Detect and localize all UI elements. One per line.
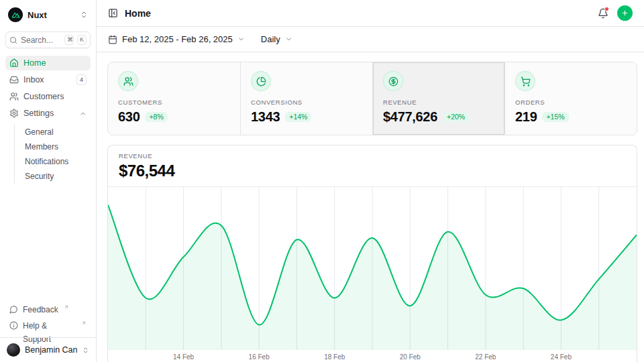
search-box[interactable]: ⌘ K [5,32,91,48]
stat-card-conversions[interactable]: CONVERSIONS 1343 +14% [240,62,372,135]
subnav-label: Members [25,142,58,152]
sidebar-item-settings[interactable]: Settings [5,106,91,121]
chart-metric-label: REVENUE [119,152,626,160]
kbd-k: K [77,35,87,45]
stats-row: CUSTOMERS 630 +8% CONVERSIONS 1343 +14% [107,62,637,135]
sidebar-subitem-members[interactable]: Members [15,139,91,154]
search-icon [9,36,17,44]
inbox-count-badge: 4 [76,74,87,84]
sidebar-item-inbox[interactable]: Inbox 4 [5,72,91,87]
chart-metric-total: $76,544 [119,162,626,180]
stat-card-customers[interactable]: CUSTOMERS 630 +8% [108,62,240,135]
sidebar-subitem-general[interactable]: General [15,125,91,139]
date-range-value: Feb 12, 2025 - Feb 26, 2025 [122,34,233,44]
stat-label: REVENUE [383,99,494,106]
sidebar-subitem-notifications[interactable]: Notifications [15,154,91,169]
shopping-cart-icon [521,76,531,86]
stat-value: 630 [118,109,140,125]
inbox-icon [9,75,19,84]
stat-icon-circle [251,71,271,91]
stat-label: CUSTOMERS [118,99,230,106]
stat-icon-circle [515,71,535,91]
revenue-chart-svg [108,187,637,350]
chevron-down-icon [285,36,292,43]
panel-left-close-icon [108,8,118,18]
chevron-up-icon [79,110,87,117]
circle-dollar-icon [388,76,398,86]
plus-icon [621,9,629,17]
page-header: Home [97,0,644,27]
content-area: CUSTOMERS 630 +8% CONVERSIONS 1343 +14% [97,52,644,362]
subnav-label: Notifications [25,157,68,166]
stat-label: ORDERS [515,99,627,106]
nuxt-logo [8,7,23,22]
nuxt-logo-icon [11,11,20,19]
external-link-arrow-icon [64,304,69,310]
add-button[interactable] [617,5,633,21]
chart-x-axis: 14 Feb16 Feb18 Feb20 Feb22 Feb24 Feb [108,350,637,362]
user-name: Benjamin Canac [25,345,77,355]
sidebar-item-customers[interactable]: Customers [5,89,91,104]
pie-chart-icon [256,76,266,86]
sidebar-collapse-button[interactable] [108,8,118,18]
x-tick-label: 18 Feb [324,353,345,361]
filters-toolbar: Feb 12, 2025 - Feb 26, 2025 Daily [97,27,644,52]
sidebar-item-label: Settings [23,109,54,118]
message-circle-icon [9,305,18,314]
footer-link-label: Feedback [23,303,58,316]
header-actions [598,5,633,21]
x-tick-label: 20 Feb [400,353,421,361]
workspace-name: Nuxt [28,10,75,20]
external-link-arrow-icon [81,320,87,326]
stat-card-orders[interactable]: ORDERS 219 +15% [504,62,637,135]
home-icon [9,58,19,68]
interval-select[interactable]: Daily [261,34,292,44]
stat-value: 1343 [251,109,280,125]
x-tick-label: 24 Feb [551,353,572,361]
sidebar-item-label: Inbox [23,75,44,84]
info-circle-icon [9,321,18,330]
sidebar-item-home[interactable]: Home [5,56,91,70]
stat-value: 219 [515,109,537,125]
sidebar-subitem-security[interactable]: Security [15,169,91,184]
sidebar-item-label: Home [23,58,46,68]
interval-value: Daily [261,34,280,44]
calendar-icon [108,35,117,44]
user-menu[interactable]: Benjamin Canac [0,337,96,362]
chevrons-up-down-icon [82,347,89,354]
sidebar-footer-links: Feedback Help & Support [5,303,91,337]
chevrons-up-down-icon [80,11,88,19]
stat-delta-badge: +15% [542,112,568,123]
stat-card-revenue[interactable]: REVENUE $477,626 +20% [372,62,504,135]
users-icon [9,92,19,101]
sidebar-nav: Home Inbox 4 Customers Settings General … [5,56,91,184]
x-tick-label: 22 Feb [475,353,496,361]
search-input[interactable] [21,36,61,45]
stat-label: CONVERSIONS [251,99,362,106]
feedback-link[interactable]: Feedback [5,303,91,317]
page-title: Home [125,8,151,19]
stat-value: $477,626 [383,109,437,125]
notifications-button[interactable] [598,8,608,19]
date-range-picker[interactable]: Feb 12, 2025 - Feb 26, 2025 [108,34,245,44]
sidebar-item-label: Customers [23,92,64,101]
users-icon [123,76,133,86]
main-panel: Home Feb 12, 2025 - Feb 26, 2025 Daily [97,0,644,362]
sidebar-spacer [5,184,91,303]
chart-plot-area[interactable] [108,186,637,350]
subnav-label: General [25,127,54,137]
stat-delta-badge: +20% [443,112,469,123]
x-tick-label: 16 Feb [249,353,270,361]
kbd-cmd: ⌘ [64,35,74,45]
settings-subnav: General Members Notifications Security [14,125,91,184]
subnav-label: Security [25,172,54,181]
user-avatar [7,343,20,357]
x-tick-label: 14 Feb [173,353,194,361]
stat-delta-badge: +8% [145,112,167,123]
revenue-chart-card: REVENUE $76,544 14 Feb16 Feb18 Feb20 Feb… [107,145,637,362]
notification-dot [604,7,609,11]
workspace-switcher[interactable]: Nuxt [5,6,91,27]
stat-icon-circle [118,71,138,91]
gear-icon [9,109,19,118]
help-support-link[interactable]: Help & Support [5,319,91,333]
